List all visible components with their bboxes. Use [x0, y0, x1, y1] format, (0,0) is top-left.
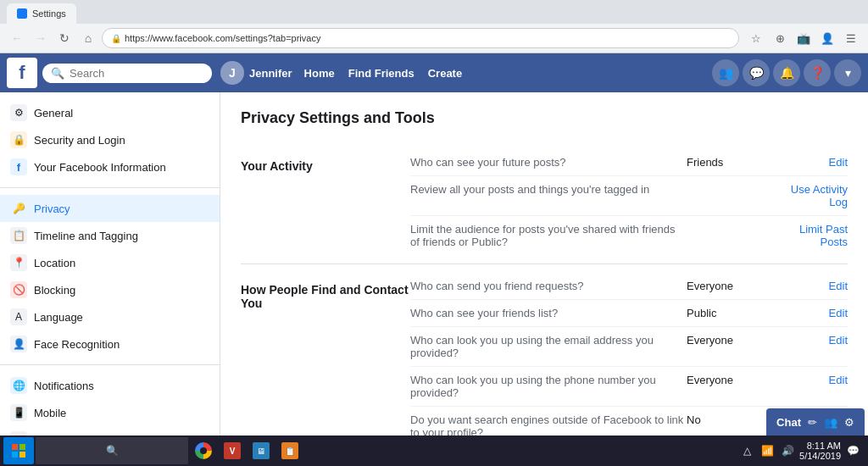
edit-friends-list-link[interactable]: Edit — [829, 307, 848, 319]
value-phone-lookup: Everyone — [687, 374, 780, 386]
chat-bar[interactable]: Chat ✏ 👥 ⚙ — [766, 408, 865, 435]
menu-button[interactable]: ☰ — [841, 28, 861, 48]
taskbar-app2[interactable]: V — [219, 437, 246, 464]
lock-icon: 🔒 — [111, 34, 121, 43]
sidebar-item-face-recognition[interactable]: 👤 Face Recognition — [0, 330, 220, 358]
notifications-icon[interactable]: 🔔 — [773, 59, 800, 86]
sidebar-item-security[interactable]: 🔒 Security and Login — [0, 126, 220, 153]
security-icon: 🔒 — [10, 131, 27, 148]
clock-time: 8:11 AM — [799, 441, 841, 451]
find-friends-link[interactable]: Find Friends — [348, 67, 415, 80]
mobile-icon: 📱 — [10, 404, 27, 421]
sidebar-item-timeline[interactable]: 📋 Timeline and Tagging — [0, 222, 220, 249]
how-people-find-section: How People Find and Contact You Who can … — [241, 264, 848, 436]
cast-button[interactable]: 📺 — [793, 28, 814, 48]
messenger-icon[interactable]: 💬 — [743, 59, 770, 86]
action-activity-log: Use Activity Log — [780, 183, 848, 208]
avatar: J — [220, 61, 244, 85]
limit-past-posts-link[interactable]: Limit Past Posts — [799, 223, 848, 248]
reload-button[interactable]: ↻ — [54, 28, 75, 48]
edit-phone-lookup-link[interactable]: Edit — [829, 374, 848, 386]
action-phone-lookup: Edit — [780, 374, 848, 386]
action-future-posts: Edit — [780, 156, 848, 169]
search-box[interactable]: 🔍 — [42, 64, 212, 83]
pocket-button[interactable]: ⊕ — [770, 28, 790, 48]
create-link[interactable]: Create — [428, 67, 462, 80]
user-name: Jennifer — [249, 67, 292, 80]
row-friends-list: Who can see your friends list? Public Ed… — [410, 300, 848, 327]
question-limit-audience: Limit the audience for posts you've shar… — [410, 223, 687, 248]
svg-rect-0 — [12, 444, 18, 450]
sidebar-label-general: General — [34, 107, 73, 119]
friends-icon[interactable]: 👥 — [712, 59, 739, 86]
face-recognition-icon: 👤 — [10, 336, 27, 352]
back-button[interactable]: ← — [7, 28, 27, 48]
sidebar-item-location[interactable]: 📍 Location — [0, 249, 220, 276]
avatar-button[interactable]: 👤 — [817, 28, 837, 48]
row-activity-log: Review all your posts and things you're … — [410, 176, 848, 216]
value-future-posts: Friends — [687, 156, 780, 169]
edit-future-posts-link[interactable]: Edit — [829, 156, 848, 169]
chat-contacts-icon[interactable]: 👥 — [824, 416, 837, 429]
page-title: Privacy Settings and Tools — [241, 109, 848, 127]
sidebar-item-facebook-info[interactable]: f Your Facebook Information — [0, 153, 220, 180]
taskbar-volume-icon[interactable]: 🔊 — [779, 442, 796, 459]
header-icons: 👥 💬 🔔 ❓ ▾ — [712, 59, 861, 86]
taskbar-up-icon[interactable]: △ — [738, 442, 755, 459]
bookmark-button[interactable]: ☆ — [746, 28, 766, 48]
svg-rect-3 — [19, 452, 25, 458]
sidebar-label-facebook-info: Your Facebook Information — [34, 161, 166, 174]
action-email-lookup: Edit — [780, 334, 848, 347]
taskbar: 🔍 V 🖥 📋 △ 📶 🔊 8:11 AM 5/14/2019 💬 — [0, 435, 868, 466]
chat-label: Chat — [776, 416, 801, 429]
question-search-engines: Do you want search engines outside of Fa… — [410, 413, 687, 436]
question-activity-log: Review all your posts and things you're … — [410, 183, 687, 196]
home-button[interactable]: ⌂ — [78, 28, 98, 48]
browser-tabs-bar: Settings — [0, 0, 868, 24]
chat-edit-icon[interactable]: ✏ — [808, 416, 817, 429]
sidebar-divider-2 — [0, 364, 220, 365]
sidebar-item-notifications[interactable]: 🌐 Notifications — [0, 372, 220, 399]
taskbar-right: △ 📶 🔊 8:11 AM 5/14/2019 💬 — [738, 441, 865, 461]
your-activity-section: Your Activity Who can see your future po… — [241, 141, 848, 264]
start-button[interactable] — [3, 437, 34, 464]
taskbar-chrome[interactable] — [190, 437, 217, 464]
sidebar-label-mobile: Mobile — [34, 407, 66, 419]
sidebar-item-mobile[interactable]: 📱 Mobile — [0, 399, 220, 426]
forward-button[interactable]: → — [31, 28, 51, 48]
taskbar-clock[interactable]: 8:11 AM 5/14/2019 — [799, 441, 841, 461]
facebook-header: f 🔍 J Jennifer Home Find Friends Create … — [0, 53, 868, 92]
row-friend-requests: Who can send you friend requests? Everyo… — [410, 273, 848, 300]
chat-settings-icon[interactable]: ⚙ — [844, 416, 854, 429]
address-bar[interactable]: 🔒 https://www.facebook.com/settings?tab=… — [102, 28, 739, 48]
tab-title: Settings — [32, 8, 66, 19]
section-name-your-activity: Your Activity — [241, 149, 410, 255]
edit-friend-requests-link[interactable]: Edit — [829, 280, 848, 292]
user-profile[interactable]: J Jennifer — [220, 61, 292, 85]
taskbar-app4[interactable]: 📋 — [276, 437, 303, 464]
taskbar-search[interactable]: 🔍 — [36, 437, 188, 464]
row-limit-audience: Limit the audience for posts you've shar… — [410, 216, 848, 255]
taskbar-notification-icon[interactable]: 💬 — [844, 442, 861, 459]
notifications-sidebar-icon: 🌐 — [10, 377, 27, 394]
edit-email-lookup-link[interactable]: Edit — [829, 334, 848, 347]
browser-tab[interactable]: Settings — [7, 3, 76, 24]
taskbar-network-icon[interactable]: 📶 — [759, 442, 776, 459]
settings-dropdown-icon[interactable]: ▾ — [834, 59, 861, 86]
sidebar-item-language[interactable]: A Language — [0, 303, 220, 330]
sidebar-item-general[interactable]: ⚙ General — [0, 99, 220, 126]
header-nav-links: Home Find Friends Create — [304, 67, 463, 80]
sidebar-item-blocking[interactable]: 🚫 Blocking — [0, 276, 220, 303]
general-icon: ⚙ — [10, 104, 27, 121]
value-friends-list: Public — [687, 307, 780, 319]
sidebar-label-language: Language — [34, 311, 83, 324]
main-content: ⚙ General 🔒 Security and Login f Your Fa… — [0, 92, 868, 436]
help-icon[interactable]: ❓ — [804, 59, 831, 86]
home-link[interactable]: Home — [304, 67, 335, 80]
taskbar-app3[interactable]: 🖥 — [248, 437, 275, 464]
sidebar-item-privacy[interactable]: 🔑 Privacy — [0, 195, 220, 222]
search-input[interactable] — [70, 67, 188, 80]
use-activity-log-link[interactable]: Use Activity Log — [791, 183, 848, 208]
value-friend-requests: Everyone — [687, 280, 780, 292]
sidebar-label-face-recognition: Face Recognition — [34, 338, 120, 351]
